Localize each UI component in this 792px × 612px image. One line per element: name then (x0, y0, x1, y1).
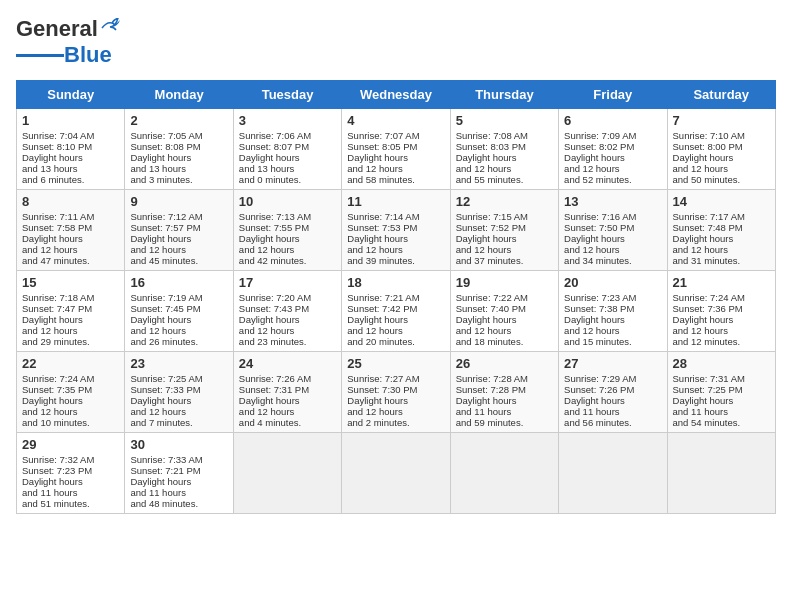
day-number: 26 (456, 356, 553, 371)
logo-blue: Blue (64, 42, 112, 68)
calendar-cell (342, 433, 450, 514)
calendar-cell: 1Sunrise: 7:04 AMSunset: 8:10 PMDaylight… (17, 109, 125, 190)
calendar-cell: 20Sunrise: 7:23 AMSunset: 7:38 PMDayligh… (559, 271, 667, 352)
calendar-cell (450, 433, 558, 514)
calendar-cell: 4Sunrise: 7:07 AMSunset: 8:05 PMDaylight… (342, 109, 450, 190)
calendar-cell: 8Sunrise: 7:11 AMSunset: 7:58 PMDaylight… (17, 190, 125, 271)
page-header: General Blue (16, 16, 776, 68)
day-number: 12 (456, 194, 553, 209)
day-number: 15 (22, 275, 119, 290)
day-number: 4 (347, 113, 444, 128)
day-header-wednesday: Wednesday (342, 81, 450, 109)
calendar-cell: 21Sunrise: 7:24 AMSunset: 7:36 PMDayligh… (667, 271, 775, 352)
day-number: 5 (456, 113, 553, 128)
calendar-table: SundayMondayTuesdayWednesdayThursdayFrid… (16, 80, 776, 514)
calendar-cell: 15Sunrise: 7:18 AMSunset: 7:47 PMDayligh… (17, 271, 125, 352)
calendar-cell: 13Sunrise: 7:16 AMSunset: 7:50 PMDayligh… (559, 190, 667, 271)
day-number: 28 (673, 356, 770, 371)
logo-general: General (16, 16, 98, 42)
day-number: 18 (347, 275, 444, 290)
day-number: 1 (22, 113, 119, 128)
day-number: 21 (673, 275, 770, 290)
day-number: 24 (239, 356, 336, 371)
day-header-monday: Monday (125, 81, 233, 109)
day-number: 27 (564, 356, 661, 371)
week-row-2: 8Sunrise: 7:11 AMSunset: 7:58 PMDaylight… (17, 190, 776, 271)
day-number: 6 (564, 113, 661, 128)
day-number: 7 (673, 113, 770, 128)
calendar-cell: 14Sunrise: 7:17 AMSunset: 7:48 PMDayligh… (667, 190, 775, 271)
calendar-cell: 16Sunrise: 7:19 AMSunset: 7:45 PMDayligh… (125, 271, 233, 352)
calendar-cell: 26Sunrise: 7:28 AMSunset: 7:28 PMDayligh… (450, 352, 558, 433)
day-number: 3 (239, 113, 336, 128)
calendar-cell: 10Sunrise: 7:13 AMSunset: 7:55 PMDayligh… (233, 190, 341, 271)
calendar-cell: 29Sunrise: 7:32 AMSunset: 7:23 PMDayligh… (17, 433, 125, 514)
day-number: 9 (130, 194, 227, 209)
day-number: 23 (130, 356, 227, 371)
calendar-cell: 17Sunrise: 7:20 AMSunset: 7:43 PMDayligh… (233, 271, 341, 352)
calendar-body: 1Sunrise: 7:04 AMSunset: 8:10 PMDaylight… (17, 109, 776, 514)
calendar-cell: 19Sunrise: 7:22 AMSunset: 7:40 PMDayligh… (450, 271, 558, 352)
day-number: 13 (564, 194, 661, 209)
day-number: 30 (130, 437, 227, 452)
calendar-cell: 28Sunrise: 7:31 AMSunset: 7:25 PMDayligh… (667, 352, 775, 433)
calendar-cell: 7Sunrise: 7:10 AMSunset: 8:00 PMDaylight… (667, 109, 775, 190)
day-number: 22 (22, 356, 119, 371)
calendar-cell (667, 433, 775, 514)
calendar-cell: 24Sunrise: 7:26 AMSunset: 7:31 PMDayligh… (233, 352, 341, 433)
day-number: 8 (22, 194, 119, 209)
calendar-cell: 9Sunrise: 7:12 AMSunset: 7:57 PMDaylight… (125, 190, 233, 271)
calendar-cell: 11Sunrise: 7:14 AMSunset: 7:53 PMDayligh… (342, 190, 450, 271)
calendar-cell: 30Sunrise: 7:33 AMSunset: 7:21 PMDayligh… (125, 433, 233, 514)
calendar-cell: 3Sunrise: 7:06 AMSunset: 8:07 PMDaylight… (233, 109, 341, 190)
day-number: 25 (347, 356, 444, 371)
day-number: 19 (456, 275, 553, 290)
day-header-friday: Friday (559, 81, 667, 109)
calendar-cell: 18Sunrise: 7:21 AMSunset: 7:42 PMDayligh… (342, 271, 450, 352)
calendar-cell: 2Sunrise: 7:05 AMSunset: 8:08 PMDaylight… (125, 109, 233, 190)
day-number: 17 (239, 275, 336, 290)
week-row-5: 29Sunrise: 7:32 AMSunset: 7:23 PMDayligh… (17, 433, 776, 514)
calendar-cell: 5Sunrise: 7:08 AMSunset: 8:03 PMDaylight… (450, 109, 558, 190)
day-header-thursday: Thursday (450, 81, 558, 109)
day-number: 16 (130, 275, 227, 290)
day-number: 14 (673, 194, 770, 209)
calendar-cell: 27Sunrise: 7:29 AMSunset: 7:26 PMDayligh… (559, 352, 667, 433)
calendar-cell: 22Sunrise: 7:24 AMSunset: 7:35 PMDayligh… (17, 352, 125, 433)
week-row-1: 1Sunrise: 7:04 AMSunset: 8:10 PMDaylight… (17, 109, 776, 190)
calendar-cell (233, 433, 341, 514)
calendar-cell: 23Sunrise: 7:25 AMSunset: 7:33 PMDayligh… (125, 352, 233, 433)
day-number: 29 (22, 437, 119, 452)
calendar-cell (559, 433, 667, 514)
logo: General Blue (16, 16, 122, 68)
day-number: 20 (564, 275, 661, 290)
day-number: 2 (130, 113, 227, 128)
day-number: 11 (347, 194, 444, 209)
calendar-cell: 25Sunrise: 7:27 AMSunset: 7:30 PMDayligh… (342, 352, 450, 433)
day-header-tuesday: Tuesday (233, 81, 341, 109)
day-number: 10 (239, 194, 336, 209)
calendar-cell: 12Sunrise: 7:15 AMSunset: 7:52 PMDayligh… (450, 190, 558, 271)
week-row-3: 15Sunrise: 7:18 AMSunset: 7:47 PMDayligh… (17, 271, 776, 352)
day-header-saturday: Saturday (667, 81, 775, 109)
calendar-cell: 6Sunrise: 7:09 AMSunset: 8:02 PMDaylight… (559, 109, 667, 190)
week-row-4: 22Sunrise: 7:24 AMSunset: 7:35 PMDayligh… (17, 352, 776, 433)
logo-bird-icon (100, 18, 122, 36)
calendar-header-row: SundayMondayTuesdayWednesdayThursdayFrid… (17, 81, 776, 109)
day-header-sunday: Sunday (17, 81, 125, 109)
